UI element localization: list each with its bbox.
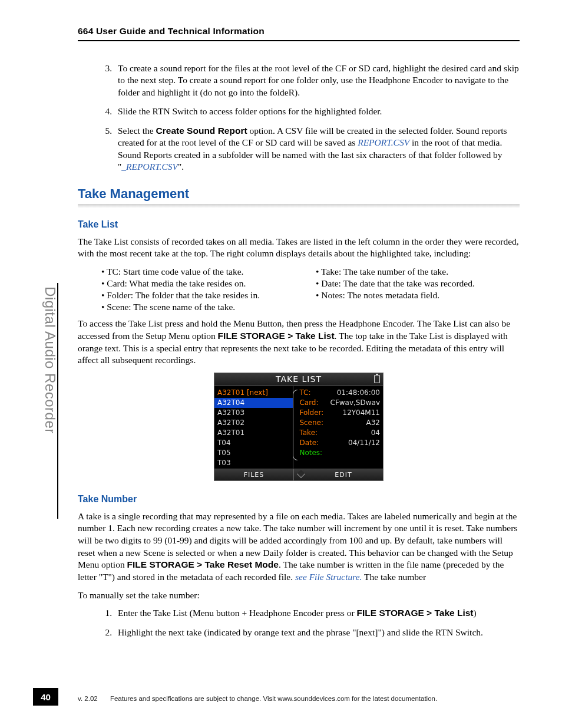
- list-item: Date: The date that the take was recorde…: [316, 278, 520, 289]
- manual-set-intro: To manually set the take number:: [78, 589, 520, 602]
- list-item: Notes: The notes metadata field.: [316, 289, 520, 301]
- footer-separator-icon: [293, 469, 304, 480]
- step-5-post: ".: [178, 162, 184, 172]
- brace-icon: [293, 390, 297, 460]
- step-5: Select the Create Sound Report option. A…: [114, 125, 520, 173]
- take-row: A32T01: [217, 428, 293, 438]
- list-item: Folder: The folder that the take resides…: [101, 289, 305, 301]
- version-label: v. 2.02: [78, 695, 98, 702]
- take-number-para: A take is a single recording that may re…: [78, 510, 520, 584]
- sidebar-tab: Digital Audio Recorder: [33, 283, 58, 519]
- take-row-next: A32T01 [next]: [217, 388, 293, 398]
- page-number: 40: [33, 688, 58, 706]
- file-storage-take-list-path: FILE STORAGE > Take List: [218, 331, 335, 341]
- kv-key-folder: Folder:: [299, 408, 323, 418]
- manual-set-steps: Enter the Take List (Menu button + Headp…: [78, 607, 520, 638]
- manual-step-1: Enter the Take List (Menu button + Headp…: [114, 607, 520, 619]
- report-csv-suffix-link[interactable]: _REPORT.CSV: [121, 162, 178, 172]
- footer-text: Features and specifications are subject …: [110, 695, 437, 702]
- device-header: TAKE LIST: [214, 373, 383, 386]
- kv-val: 12Y04M11: [343, 408, 381, 418]
- take-list-field-columns: TC: Start time code value of the take. C…: [78, 266, 520, 314]
- device-detail-column: TC:01:48:06:00 Card:CFwav,SDwav Folder:1…: [293, 386, 383, 469]
- file-storage-take-list-path-2: FILE STORAGE > Take List: [357, 608, 474, 618]
- sound-report-steps: To create a sound report for the files a…: [78, 62, 520, 173]
- kv-val: A32: [366, 418, 380, 428]
- ms1-pre: Enter the Take List (Menu button + Headp…: [118, 608, 357, 618]
- take-row-selected: A32T04: [214, 398, 293, 408]
- running-header: 664 User Guide and Technical Information: [78, 26, 520, 41]
- list-item: TC: Start time code value of the take.: [101, 266, 305, 278]
- device-take-column: A32T01 [next] A32T04 A32T03 A32T02 A32T0…: [214, 386, 293, 469]
- take-row: A32T02: [217, 418, 293, 428]
- take-list-device-screenshot: TAKE LIST A32T01 [next] A32T04 A32T03 A3…: [214, 373, 384, 481]
- report-csv-link[interactable]: REPORT.CSV: [358, 137, 409, 147]
- take-number-heading: Take Number: [78, 494, 520, 505]
- take-row: T05: [217, 448, 293, 458]
- create-sound-report-option: Create Sound Report: [156, 126, 247, 136]
- kv-key-tc: TC:: [299, 388, 310, 398]
- kv-val: 01:48:06:00: [337, 388, 380, 398]
- device-files-button: FILES: [214, 469, 293, 480]
- take-row: A32T03: [217, 408, 293, 418]
- ms1-post: ): [474, 608, 477, 618]
- device-edit-button: EDIT: [304, 469, 383, 480]
- take-list-access: To access the Take List press and hold t…: [78, 318, 520, 366]
- take-list-heading: Take List: [78, 219, 520, 230]
- step-5-pre: Select the: [118, 126, 156, 136]
- kv-val: CFwav,SDwav: [330, 398, 381, 408]
- take-row: T04: [217, 438, 293, 448]
- see-file-structure-link[interactable]: see File Structure.: [295, 572, 362, 582]
- step-4: Slide the RTN Switch to access folder op…: [114, 106, 520, 117]
- sidebar-label: Digital Audio Recorder: [42, 283, 58, 519]
- kv-key-take: Take:: [299, 428, 318, 438]
- take-list-fields-right: Take: The take number of the take. Date:…: [316, 266, 520, 314]
- take-list-fields-left: TC: Start time code value of the take. C…: [101, 266, 305, 314]
- list-item: Scene: The scene name of the take.: [101, 301, 305, 313]
- device-title: TAKE LIST: [276, 374, 322, 384]
- list-item: Take: The take number of the take.: [316, 266, 520, 278]
- take-number-post: The take number: [362, 572, 426, 582]
- take-list-intro: The Take List consists of recorded takes…: [78, 236, 520, 260]
- kv-val: 04/11/12: [348, 438, 380, 448]
- take-reset-mode-path: FILE STORAGE > Take Reset Mode: [127, 559, 279, 569]
- kv-key-scene: Scene:: [299, 418, 323, 428]
- list-item: Card: What media the take resides on.: [101, 278, 305, 289]
- kv-key-card: Card:: [299, 398, 318, 408]
- manual-step-2: Highlight the next take (indicated by or…: [114, 627, 520, 638]
- footer: v. 2.02 Features and specifications are …: [78, 695, 520, 702]
- section-divider: [78, 204, 520, 210]
- kv-key-date: Date:: [299, 438, 319, 448]
- kv-key-notes: Notes:: [299, 448, 322, 458]
- take-row: T03: [217, 458, 293, 468]
- take-management-heading: Take Management: [78, 186, 520, 202]
- battery-icon: [374, 375, 380, 383]
- ms2-text: Highlight the next take (indicated by or…: [118, 627, 483, 637]
- step-3: To create a sound report for the files a…: [114, 62, 520, 98]
- kv-val: 04: [371, 428, 380, 438]
